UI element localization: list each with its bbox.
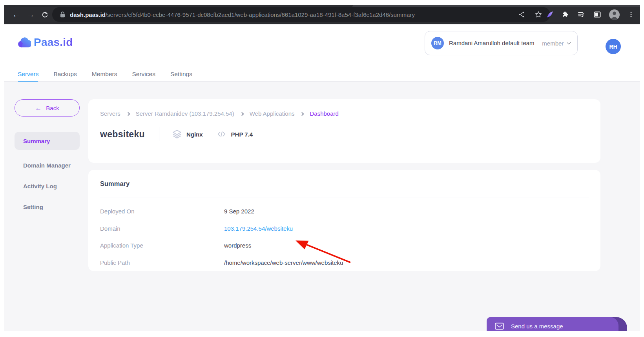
browser-extension-area [545,5,637,24]
team-name: Ramdani Amarulloh default team [449,39,542,47]
team-selector[interactable]: RM Ramdani Amarulloh default team member [425,31,578,55]
screenshot-root: { "colors": { "accent_purple": "#8a36f1"… [0,0,644,337]
user-avatar[interactable]: RH [606,39,621,54]
chevron-down-icon [567,41,571,45]
sidebar-item-domain-manager[interactable]: Domain Manager [15,156,80,174]
web-server-label: Nginx [186,131,203,138]
breadcrumb-server-name[interactable]: Server Ramdanidev (103.179.254.54) [136,110,234,117]
back-arrow-icon: ← [35,105,42,111]
bookmark-star-icon[interactable] [535,11,542,18]
breadcrumb: Servers Server Ramdanidev (103.179.254.5… [100,110,589,117]
address-bar[interactable]: dash.paas.id/servers/cf5fd4b0-ecbe-4476-… [52,7,550,22]
url-host: dash.paas.id [70,11,106,18]
tab-backups[interactable]: Backups [53,67,77,82]
reload-icon [41,11,49,18]
logo-text: Paas.id [34,36,73,49]
summary-row-public-path: Public Path /home/workspace/web-server/w… [100,254,589,271]
team-avatar: RM [431,37,444,49]
chat-widget[interactable]: Send us a message [487,317,627,331]
summary-row-domain: Domain 103.179.254.54/websiteku [100,220,589,237]
feather-extension-icon[interactable] [545,11,554,19]
runtime-badge: PHP 7.4 [216,129,253,139]
application-type-value: wordpress [224,242,251,249]
public-path-value: /home/workspace/web-server/www/websiteku [224,259,343,266]
side-panel-icon[interactable] [593,11,601,18]
main-content: ← Back Summary Domain Manager Activity L… [4,82,640,331]
chevron-right-icon [300,112,304,116]
url-path: /servers/cf5fd4b0-ecbe-4476-9571-dc08cfb… [106,11,415,18]
summary-card: Summary Deployed On 9 Sep 2022 Domain 10… [88,170,600,271]
summary-divider [100,197,589,197]
extensions-puzzle-icon[interactable] [562,11,569,18]
app-header-card: Servers Server Ramdanidev (103.179.254.5… [88,99,600,163]
vertical-divider [159,127,159,141]
sidebar-item-activity-log[interactable]: Activity Log [15,177,80,195]
row-label: Application Type [100,242,224,249]
browser-back-icon[interactable]: ← [9,7,24,22]
web-server-badge: Nginx [172,129,203,139]
media-controls-icon[interactable] [577,11,586,18]
back-button-label: Back [46,105,59,111]
row-label: Public Path [100,259,224,266]
sidebar-item-setting[interactable]: Setting [15,198,80,216]
paas-dashboard-page: Paas.id RM Ramdani Amarulloh default tea… [4,24,640,331]
chat-bubble[interactable]: Send us a message [487,317,618,331]
browser-reload-icon[interactable] [38,7,52,22]
breadcrumb-web-applications[interactable]: Web Applications [250,110,295,117]
tab-settings[interactable]: Settings [170,67,192,82]
domain-link[interactable]: 103.179.254.54/websiteku [224,225,293,232]
browser-toolbar: ← → dash.paas.id/servers/cf5fd4b0-ecbe-4… [4,5,640,24]
breadcrumb-servers[interactable]: Servers [100,110,120,117]
tab-members[interactable]: Members [92,67,117,82]
chevron-right-icon [240,112,244,116]
page-title: websiteku [100,129,145,140]
url-text: dash.paas.id/servers/cf5fd4b0-ecbe-4476-… [70,11,513,18]
team-role: member [542,40,564,47]
sidebar-item-summary[interactable]: Summary [15,132,80,150]
omnibox-actions [518,11,542,18]
cloud-logo-icon [18,36,31,48]
back-button[interactable]: ← Back [15,99,80,117]
summary-row-deployed-on: Deployed On 9 Sep 2022 [100,203,589,220]
browser-menu-kebab-icon[interactable] [628,11,635,18]
app-title-row: websiteku Nginx PHP 7. [100,127,589,141]
browser-forward-icon[interactable]: → [24,7,38,22]
row-label: Deployed On [100,208,224,215]
runtime-label: PHP 7.4 [231,131,253,138]
chat-label: Send us a message [511,323,563,330]
lock-icon [60,11,65,18]
row-label: Domain [100,225,224,232]
share-icon[interactable] [518,11,525,18]
code-icon [216,129,227,139]
tab-services[interactable]: Services [132,67,155,82]
primary-nav-tabs: Servers Backups Members Services Setting… [4,67,640,82]
tab-servers[interactable]: Servers [18,67,38,82]
paas-logo[interactable]: Paas.id [18,36,73,49]
profile-person-icon [609,9,620,20]
layers-icon [172,129,182,139]
deployed-on-value: 9 Sep 2022 [224,208,254,215]
envelope-icon [494,322,504,330]
chevron-right-icon [126,112,130,116]
summary-heading: Summary [100,180,589,188]
browser-profile-avatar[interactable] [609,9,620,20]
breadcrumb-dashboard: Dashboard [310,110,338,117]
summary-row-application-type: Application Type wordpress [100,237,589,254]
